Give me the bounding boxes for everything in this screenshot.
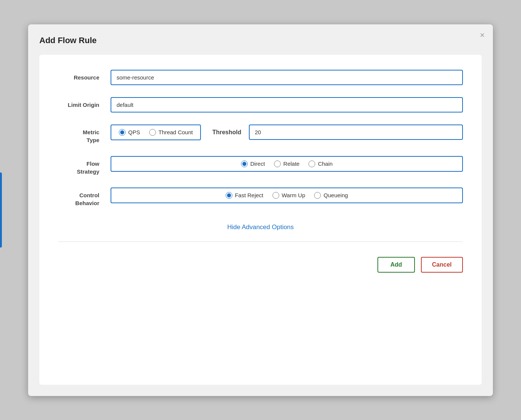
metric-type-wrap: QPS Thread Count Threshold xyxy=(111,124,463,140)
limit-origin-input[interactable] xyxy=(111,97,463,112)
metric-qps-radio[interactable] xyxy=(119,129,126,136)
metric-thread-count-radio[interactable] xyxy=(149,129,156,136)
modal-body: Resource Limit Origin MetricType xyxy=(39,55,482,385)
control-fast-reject-option[interactable]: Fast Reject xyxy=(226,192,263,199)
cancel-button[interactable]: Cancel xyxy=(421,257,463,273)
resource-label: Resource xyxy=(58,70,111,81)
flow-relate-option[interactable]: Relate xyxy=(274,160,299,167)
flow-strategy-wrap: Direct Relate Chain xyxy=(111,156,463,172)
control-fast-reject-radio[interactable] xyxy=(226,192,232,199)
footer-actions: Add Cancel xyxy=(58,253,463,273)
limit-origin-row: Limit Origin xyxy=(58,97,463,112)
metric-row-content: QPS Thread Count Threshold xyxy=(111,124,463,140)
control-queueing-option[interactable]: Queueing xyxy=(314,192,348,199)
control-queueing-radio[interactable] xyxy=(314,192,321,199)
control-behavior-label: ControlBehavior xyxy=(58,188,111,207)
metric-qps-option[interactable]: QPS xyxy=(119,129,140,136)
metric-type-radio-group: QPS Thread Count xyxy=(111,124,201,140)
resource-input[interactable] xyxy=(111,70,463,85)
limit-origin-label: Limit Origin xyxy=(58,97,111,109)
add-flow-rule-modal: Add Flow Rule × Resource Limit Origin xyxy=(28,24,493,396)
metric-thread-count-option[interactable]: Thread Count xyxy=(149,129,193,136)
flow-strategy-label: FlowStrategy xyxy=(58,156,111,176)
divider xyxy=(58,242,463,242)
resource-row: Resource xyxy=(58,70,463,85)
flow-strategy-radio-group: Direct Relate Chain xyxy=(111,156,463,172)
control-behavior-row: ControlBehavior Fast Reject Warm Up xyxy=(58,188,463,207)
flow-relate-radio[interactable] xyxy=(274,160,281,167)
flow-direct-option[interactable]: Direct xyxy=(241,160,265,167)
control-behavior-radio-group: Fast Reject Warm Up Queueing xyxy=(111,188,463,203)
resource-input-wrap xyxy=(111,70,463,85)
add-button[interactable]: Add xyxy=(377,257,415,273)
control-warm-up-radio[interactable] xyxy=(272,192,279,199)
metric-type-label: MetricType xyxy=(58,124,111,144)
flow-chain-radio[interactable] xyxy=(308,160,315,167)
flow-chain-option[interactable]: Chain xyxy=(308,160,332,167)
threshold-label: Threshold xyxy=(212,129,241,136)
flow-strategy-row: FlowStrategy Direct Relate xyxy=(58,156,463,176)
metric-type-row: MetricType QPS Thread Count xyxy=(58,124,463,144)
control-behavior-wrap: Fast Reject Warm Up Queueing xyxy=(111,188,463,203)
hide-advanced-options-button[interactable]: Hide Advanced Options xyxy=(58,219,463,238)
control-warm-up-option[interactable]: Warm Up xyxy=(272,192,305,199)
threshold-input[interactable] xyxy=(249,124,463,140)
threshold-section: Threshold xyxy=(212,124,463,140)
limit-origin-input-wrap xyxy=(111,97,463,112)
modal-title: Add Flow Rule xyxy=(39,36,482,45)
flow-direct-radio[interactable] xyxy=(241,160,248,167)
side-accent xyxy=(0,172,2,248)
modal-close-button[interactable]: × xyxy=(480,31,485,39)
modal-overlay: Add Flow Rule × Resource Limit Origin xyxy=(0,0,521,420)
